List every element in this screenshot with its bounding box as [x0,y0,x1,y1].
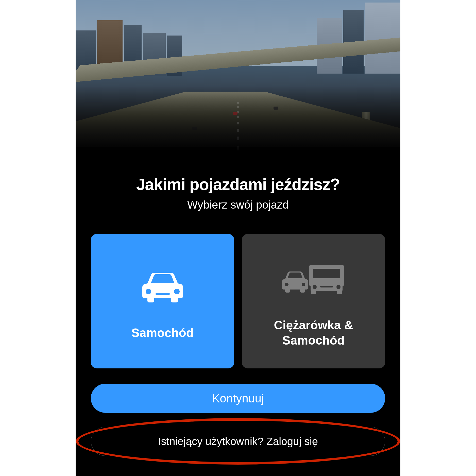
svg-point-9 [336,285,341,289]
svg-point-8 [313,285,317,289]
content-area: Jakimi pojazdami jeździsz? Wybierz swój … [76,162,400,476]
page-subtitle: Wybierz swój pojazd [91,198,385,211]
option-truck-car[interactable]: Ciężarówka & Samochód [242,234,385,368]
hero-image [76,0,400,162]
continue-button[interactable]: Kontynuuj [91,384,385,413]
vehicle-options: Samochód [91,234,385,368]
signin-button[interactable]: Istniejący użytkownik? Zaloguj się [91,427,385,456]
option-car-label: Samochód [131,325,194,341]
option-car[interactable]: Samochód [91,234,234,368]
svg-rect-2 [156,293,170,295]
svg-rect-7 [313,269,340,278]
svg-point-3 [285,283,288,286]
svg-rect-11 [311,291,316,294]
svg-point-1 [174,289,180,294]
car-icon [140,262,185,313]
option-truck-car-label: Ciężarówka & Samochód [249,318,378,348]
signin-button-label: Istniejący użytkownik? Zaloguj się [158,435,318,447]
truck-car-icon [281,254,347,305]
svg-point-4 [302,283,305,286]
svg-rect-12 [337,291,342,294]
svg-rect-10 [320,286,333,287]
page-title: Jakimi pojazdami jeździsz? [91,175,385,194]
onboarding-screen: Jakimi pojazdami jeździsz? Wybierz swój … [76,0,400,476]
svg-point-0 [146,289,151,294]
